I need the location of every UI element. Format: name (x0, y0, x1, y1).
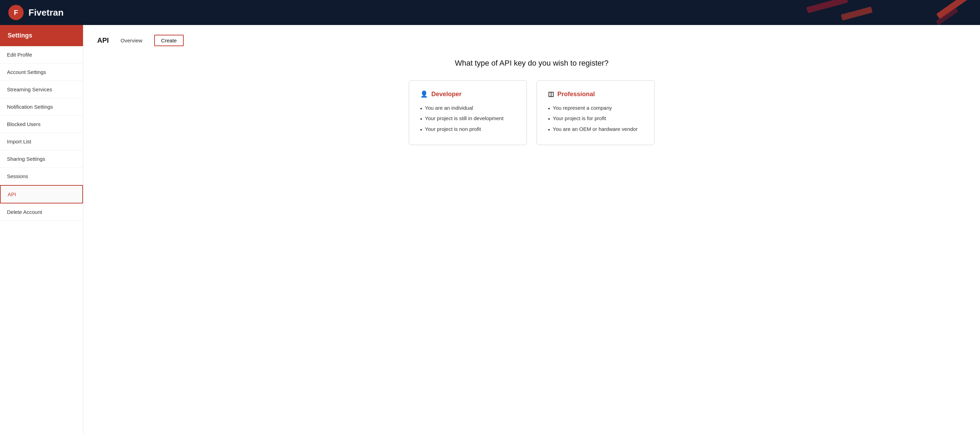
logo-letter: F (14, 9, 18, 17)
tab-create[interactable]: Create (154, 35, 184, 46)
sidebar-item-account-settings[interactable]: Account Settings (0, 64, 83, 81)
grid-icon: ◫ (548, 90, 554, 98)
main-layout: Settings Edit Profile Account Settings S… (0, 25, 980, 434)
developer-item-3: Your project is non profit (420, 125, 515, 135)
app-header: F Fivetran (0, 0, 980, 25)
tab-overview[interactable]: Overview (114, 35, 149, 46)
sidebar: Settings Edit Profile Account Settings S… (0, 25, 83, 434)
sidebar-item-streaming-services[interactable]: Streaming Services (0, 81, 83, 98)
decorative-stripe-1 (807, 0, 848, 13)
professional-card-list: You represent a company Your project is … (548, 103, 643, 135)
professional-card-title: ◫ Professional (548, 90, 643, 98)
developer-card-title: 👤 Developer (420, 90, 515, 98)
api-key-cards: 👤 Developer You are an individual Your p… (97, 80, 966, 145)
api-tabs-bar: API Overview Create (97, 35, 966, 46)
sidebar-item-sessions[interactable]: Sessions (0, 168, 83, 185)
developer-item-2: Your project is still in development (420, 114, 515, 124)
person-icon: 👤 (420, 90, 428, 98)
developer-card[interactable]: 👤 Developer You are an individual Your p… (409, 80, 527, 145)
developer-card-list: You are an individual Your project is st… (420, 103, 515, 135)
professional-item-3: You are an OEM or hardware vendor (548, 125, 643, 135)
main-content: API Overview Create What type of API key… (83, 25, 980, 434)
logo-avatar: F (8, 5, 24, 20)
sidebar-item-sharing-settings[interactable]: Sharing Settings (0, 150, 83, 168)
sidebar-item-api[interactable]: API (0, 185, 83, 203)
professional-item-2: Your project is for profit (548, 114, 643, 124)
api-question: What type of API key do you wish to regi… (97, 59, 966, 68)
sidebar-item-blocked-users[interactable]: Blocked Users (0, 116, 83, 133)
sidebar-item-edit-profile[interactable]: Edit Profile (0, 46, 83, 64)
professional-item-1: You represent a company (548, 103, 643, 114)
sidebar-heading: Settings (0, 25, 83, 46)
decorative-stripe-2 (841, 6, 873, 21)
professional-card[interactable]: ◫ Professional You represent a company Y… (536, 80, 655, 145)
app-title: Fivetran (29, 7, 64, 18)
sidebar-item-notification-settings[interactable]: Notification Settings (0, 98, 83, 116)
developer-item-1: You are an individual (420, 103, 515, 114)
sidebar-item-import-list[interactable]: Import List (0, 133, 83, 150)
sidebar-item-delete-account[interactable]: Delete Account (0, 203, 83, 221)
api-section-label: API (97, 37, 109, 45)
